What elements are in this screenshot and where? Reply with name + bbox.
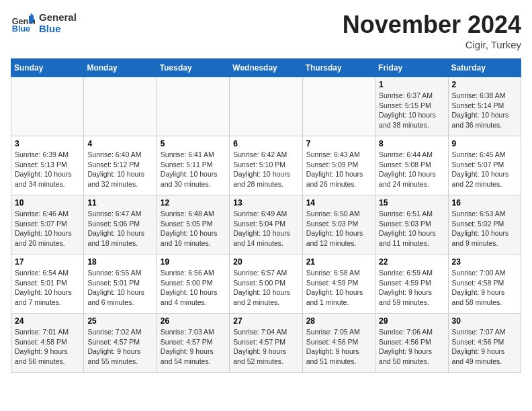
day-info-text: Sunrise: 7:07 AMSunset: 4:56 PMDaylight:… [452,327,517,367]
day-number: 11 [87,198,152,208]
day-number: 18 [87,257,152,267]
day-info-text: Sunrise: 6:48 AMSunset: 5:05 PMDaylight:… [161,209,226,248]
calendar-week-row: 10Sunrise: 6:46 AMSunset: 5:07 PMDayligh… [11,195,521,255]
days-header-row: SundayMondayTuesdayWednesdayThursdayFrid… [11,59,521,77]
day-of-week-header: Thursday [302,59,375,77]
calendar-day-cell [230,77,302,136]
calendar-day-cell: 18Sunrise: 6:55 AMSunset: 5:01 PMDayligh… [84,255,157,314]
calendar-day-cell: 11Sunrise: 6:47 AMSunset: 5:06 PMDayligh… [84,195,157,255]
day-of-week-header: Saturday [448,59,521,77]
day-number: 12 [161,198,226,208]
calendar-week-row: 1Sunrise: 6:37 AMSunset: 5:15 PMDaylight… [11,77,521,136]
day-info-text: Sunrise: 6:45 AMSunset: 5:07 PMDaylight:… [452,150,517,189]
day-number: 22 [379,257,444,267]
calendar-day-cell [84,77,157,136]
calendar-day-cell: 13Sunrise: 6:49 AMSunset: 5:04 PMDayligh… [230,195,302,255]
day-number: 21 [306,257,371,267]
day-number: 20 [233,257,298,267]
svg-text:Blue: Blue [12,24,30,34]
calendar-day-cell: 24Sunrise: 7:01 AMSunset: 4:58 PMDayligh… [11,314,84,373]
day-of-week-header: Sunday [11,59,84,77]
day-number: 5 [161,139,226,148]
day-number: 13 [233,198,298,208]
day-number: 8 [379,139,444,148]
day-info-text: Sunrise: 6:44 AMSunset: 5:08 PMDaylight:… [379,150,444,189]
calendar-day-cell: 20Sunrise: 6:57 AMSunset: 5:00 PMDayligh… [230,255,302,314]
day-of-week-header: Tuesday [157,59,229,77]
calendar-day-cell [302,77,375,136]
day-number: 2 [452,80,517,89]
calendar-day-cell: 25Sunrise: 7:02 AMSunset: 4:57 PMDayligh… [84,314,157,373]
calendar-day-cell: 28Sunrise: 7:05 AMSunset: 4:56 PMDayligh… [302,314,375,373]
calendar-week-row: 3Sunrise: 6:39 AMSunset: 5:13 PMDaylight… [11,136,521,195]
day-info-text: Sunrise: 6:53 AMSunset: 5:02 PMDaylight:… [452,209,517,248]
calendar-day-cell: 23Sunrise: 7:00 AMSunset: 4:58 PMDayligh… [448,255,521,314]
day-number: 3 [15,139,80,148]
day-info-text: Sunrise: 6:51 AMSunset: 5:03 PMDaylight:… [379,209,444,248]
page-header: General Blue General Blue November 2024 … [11,11,521,50]
calendar-day-cell [157,77,229,136]
calendar-table: SundayMondayTuesdayWednesdayThursdayFrid… [11,58,521,373]
day-info-text: Sunrise: 7:04 AMSunset: 4:57 PMDaylight:… [233,327,298,367]
day-number: 19 [161,257,226,267]
day-info-text: Sunrise: 6:47 AMSunset: 5:06 PMDaylight:… [87,209,152,248]
logo-icon: General Blue [11,11,35,35]
day-info-text: Sunrise: 7:05 AMSunset: 4:56 PMDaylight:… [306,327,371,367]
day-number: 27 [233,316,298,326]
day-number: 14 [306,198,371,208]
day-number: 10 [15,198,80,208]
calendar-day-cell: 6Sunrise: 6:42 AMSunset: 5:10 PMDaylight… [230,136,302,195]
location-text: Cigir, Turkey [343,39,521,50]
day-of-week-header: Wednesday [230,59,302,77]
month-title: November 2024 [343,11,521,39]
calendar-day-cell: 12Sunrise: 6:48 AMSunset: 5:05 PMDayligh… [157,195,229,255]
calendar-day-cell: 3Sunrise: 6:39 AMSunset: 5:13 PMDaylight… [11,136,84,195]
calendar-day-cell: 21Sunrise: 6:58 AMSunset: 4:59 PMDayligh… [302,255,375,314]
calendar-week-row: 24Sunrise: 7:01 AMSunset: 4:58 PMDayligh… [11,314,521,373]
day-number: 6 [233,139,298,148]
calendar-day-cell: 19Sunrise: 6:56 AMSunset: 5:00 PMDayligh… [157,255,229,314]
calendar-day-cell: 26Sunrise: 7:03 AMSunset: 4:57 PMDayligh… [157,314,229,373]
calendar-day-cell: 15Sunrise: 6:51 AMSunset: 5:03 PMDayligh… [375,195,448,255]
day-info-text: Sunrise: 6:37 AMSunset: 5:15 PMDaylight:… [379,91,444,130]
day-info-text: Sunrise: 6:38 AMSunset: 5:14 PMDaylight:… [452,91,517,130]
day-info-text: Sunrise: 6:43 AMSunset: 5:09 PMDaylight:… [306,150,371,189]
day-info-text: Sunrise: 6:46 AMSunset: 5:07 PMDaylight:… [15,209,80,248]
day-number: 1 [379,80,444,89]
day-info-text: Sunrise: 6:39 AMSunset: 5:13 PMDaylight:… [15,150,80,189]
day-number: 15 [379,198,444,208]
calendar-day-cell: 5Sunrise: 6:41 AMSunset: 5:11 PMDaylight… [157,136,229,195]
calendar-day-cell: 14Sunrise: 6:50 AMSunset: 5:03 PMDayligh… [302,195,375,255]
calendar-header: SundayMondayTuesdayWednesdayThursdayFrid… [11,59,521,77]
day-number: 9 [452,139,517,148]
day-info-text: Sunrise: 6:56 AMSunset: 5:00 PMDaylight:… [161,268,226,308]
calendar-day-cell [11,77,84,136]
day-info-text: Sunrise: 7:03 AMSunset: 4:57 PMDaylight:… [161,327,226,367]
day-info-text: Sunrise: 6:42 AMSunset: 5:10 PMDaylight:… [233,150,298,189]
day-of-week-header: Friday [375,59,448,77]
calendar-day-cell: 8Sunrise: 6:44 AMSunset: 5:08 PMDaylight… [375,136,448,195]
day-info-text: Sunrise: 7:01 AMSunset: 4:58 PMDaylight:… [15,327,80,367]
calendar-day-cell: 27Sunrise: 7:04 AMSunset: 4:57 PMDayligh… [230,314,302,373]
day-info-text: Sunrise: 6:59 AMSunset: 4:59 PMDaylight:… [379,268,444,308]
day-of-week-header: Monday [84,59,157,77]
logo: General Blue General Blue [11,11,77,35]
day-info-text: Sunrise: 7:06 AMSunset: 4:56 PMDaylight:… [379,327,444,367]
calendar-day-cell: 7Sunrise: 6:43 AMSunset: 5:09 PMDaylight… [302,136,375,195]
calendar-day-cell: 10Sunrise: 6:46 AMSunset: 5:07 PMDayligh… [11,195,84,255]
logo-blue-text: Blue [39,23,77,34]
calendar-day-cell: 1Sunrise: 6:37 AMSunset: 5:15 PMDaylight… [375,77,448,136]
calendar-day-cell: 2Sunrise: 6:38 AMSunset: 5:14 PMDaylight… [448,77,521,136]
calendar-day-cell: 30Sunrise: 7:07 AMSunset: 4:56 PMDayligh… [448,314,521,373]
day-number: 28 [306,316,371,326]
day-info-text: Sunrise: 6:54 AMSunset: 5:01 PMDaylight:… [15,268,80,308]
calendar-day-cell: 9Sunrise: 6:45 AMSunset: 5:07 PMDaylight… [448,136,521,195]
calendar-day-cell: 16Sunrise: 6:53 AMSunset: 5:02 PMDayligh… [448,195,521,255]
title-block: November 2024 Cigir, Turkey [343,11,521,50]
day-number: 24 [15,316,80,326]
calendar-day-cell: 4Sunrise: 6:40 AMSunset: 5:12 PMDaylight… [84,136,157,195]
day-info-text: Sunrise: 6:58 AMSunset: 4:59 PMDaylight:… [306,268,371,308]
day-number: 16 [452,198,517,208]
day-info-text: Sunrise: 7:00 AMSunset: 4:58 PMDaylight:… [452,268,517,308]
day-info-text: Sunrise: 6:57 AMSunset: 5:00 PMDaylight:… [233,268,298,308]
